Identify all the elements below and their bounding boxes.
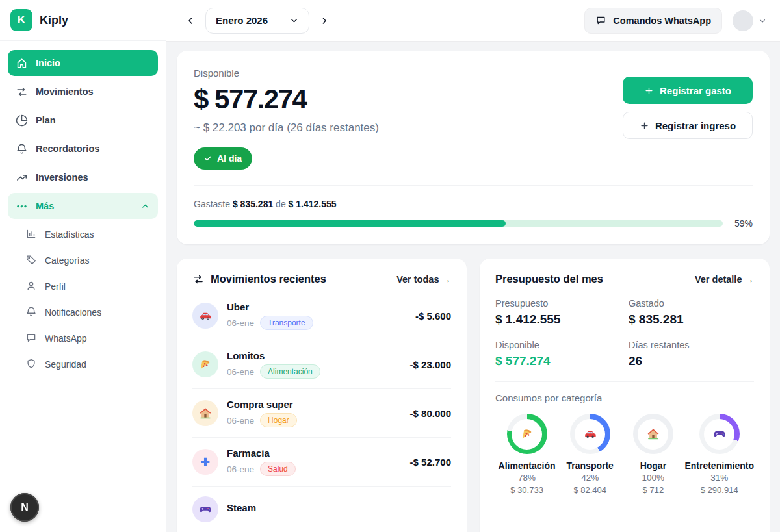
sidebar-item-inicio[interactable]: Inicio	[8, 50, 158, 76]
sidebar-item-label: Estadísticas	[45, 229, 94, 240]
pie-chart-icon	[16, 114, 28, 127]
sidebar-item-categorias[interactable]: Categorías	[8, 247, 158, 273]
house-icon	[192, 400, 218, 426]
chevron-down-icon	[758, 16, 767, 25]
sidebar-item-label: Perfil	[45, 281, 66, 292]
sidebar-item-label: Categorías	[45, 255, 89, 266]
main-area: Enero 2026 Comandos WhatsApp	[166, 0, 780, 532]
movement-category-badge: Salud	[260, 462, 296, 476]
brand-header: K Kiply	[0, 0, 166, 41]
trending-up-icon	[16, 171, 28, 184]
register-expense-button[interactable]: Registrar gasto	[623, 77, 753, 104]
chevron-down-icon	[289, 16, 299, 25]
prev-month-button[interactable]	[181, 11, 200, 31]
movement-date: 06-ene	[227, 416, 254, 425]
consumption-title: Consumos por categoría	[495, 392, 754, 403]
sidebar-item-inversiones[interactable]: Inversiones	[8, 164, 158, 190]
stat-dias-restantes: Días restantes 26	[629, 340, 754, 368]
movement-date: 06-ene	[227, 464, 254, 474]
sidebar-item-mas[interactable]: Más	[8, 193, 158, 219]
category-consumption: Alimentación 78% $ 30.733 Transporte	[495, 414, 754, 495]
category-amount: $ 290.914	[701, 485, 738, 495]
movement-amount: -$ 5.600	[415, 310, 451, 322]
kiply-logo: K	[10, 9, 32, 31]
sidebar-item-label: Plan	[36, 115, 56, 125]
chat-icon	[25, 332, 37, 346]
category-amount: $ 82.404	[573, 485, 606, 495]
chat-icon	[595, 15, 606, 26]
swap-arrows-icon	[192, 273, 204, 285]
summary-card: Disponible $ 577.274 ~ $ 22.203 por día …	[177, 51, 770, 244]
sidebar: K Kiply Inicio Movimientos Plan	[0, 0, 166, 532]
bell-icon	[16, 143, 28, 155]
brand-name: Kiply	[40, 14, 68, 27]
user-icon	[25, 280, 37, 294]
divider	[194, 185, 753, 186]
movement-row[interactable]: Lomitos 06-ene Alimentación -$ 23.000	[192, 340, 451, 389]
movement-row[interactable]: Steam	[192, 487, 451, 532]
arrow-right-icon: →	[442, 274, 452, 285]
pizza-icon	[512, 419, 542, 450]
movement-category-badge: Transporte	[260, 316, 313, 330]
category-amount: $ 712	[643, 485, 664, 495]
plus-icon	[640, 121, 649, 131]
gamepad-icon	[192, 496, 218, 522]
shield-icon	[25, 358, 37, 372]
sidebar-item-label: Más	[36, 201, 54, 211]
plus-icon	[644, 86, 654, 95]
sidebar-item-label: Movimientos	[36, 86, 94, 97]
bell-icon	[25, 306, 37, 320]
sidebar-item-movimientos[interactable]: Movimientos	[8, 79, 158, 105]
topbar: Enero 2026 Comandos WhatsApp	[166, 0, 780, 42]
movement-name: Steam	[227, 502, 256, 513]
recent-movements-card: Movimientos recientes Ver todas →	[177, 259, 467, 532]
check-icon	[204, 155, 212, 162]
house-icon	[638, 419, 668, 450]
movement-row[interactable]: Farmacia 06-ene Salud -$ 52.700	[192, 438, 451, 487]
budget-progress-fill	[194, 220, 506, 227]
category-ring	[507, 414, 547, 454]
user-menu[interactable]	[733, 10, 767, 31]
app-root: K Kiply Inicio Movimientos Plan	[0, 0, 780, 532]
divider	[495, 381, 754, 382]
register-income-button[interactable]: Registrar ingreso	[623, 112, 753, 139]
stat-presupuesto: Presupuesto $ 1.412.555	[495, 298, 621, 327]
movements-list: Uber 06-ene Transporte -$ 5.600	[192, 292, 451, 532]
category-amount: $ 30.733	[510, 485, 543, 495]
movement-row[interactable]: Uber 06-ene Transporte -$ 5.600	[192, 292, 451, 340]
sidebar-item-whatsapp[interactable]: WhatsApp	[8, 325, 158, 351]
sidebar-item-label: Notificaciones	[45, 307, 101, 318]
movement-row[interactable]: Compra super 06-ene Hogar -$ 80.000	[192, 389, 451, 438]
sidebar-item-perfil[interactable]: Perfil	[8, 273, 158, 299]
movement-name: Farmacia	[227, 448, 296, 459]
next-month-button[interactable]	[315, 11, 334, 31]
category-alimentacion: Alimentación 78% $ 30.733	[495, 414, 558, 495]
topbar-right: Comandos WhatsApp	[584, 8, 767, 34]
budget-stats: Presupuesto $ 1.412.555 Gastado $ 835.28…	[495, 298, 754, 368]
tag-icon	[25, 254, 37, 268]
sidebar-item-notificaciones[interactable]: Notificaciones	[8, 299, 158, 325]
ellipsis-icon	[16, 200, 28, 212]
budget-progress-percent: 59%	[734, 218, 753, 229]
category-ring	[699, 414, 740, 454]
spent-summary: Gastaste $ 835.281 de $ 1.412.555	[194, 199, 753, 209]
movement-name: Compra super	[227, 399, 297, 410]
whatsapp-commands-button[interactable]: Comandos WhatsApp	[584, 8, 722, 34]
category-percent: 42%	[581, 473, 599, 483]
sidebar-item-recordatorios[interactable]: Recordatorios	[8, 136, 158, 162]
sidebar-item-label: Seguridad	[45, 359, 86, 370]
available-block: Disponible $ 577.274 ~ $ 22.203 por día …	[194, 68, 379, 170]
sidebar-item-seguridad[interactable]: Seguridad	[8, 351, 158, 377]
budget-amount: $ 1.412.555	[289, 199, 337, 209]
dev-overlay-button[interactable]: N	[10, 493, 39, 522]
chevron-up-icon	[140, 201, 150, 211]
month-selector[interactable]: Enero 2026	[205, 8, 309, 34]
view-all-link[interactable]: Ver todas →	[396, 274, 451, 285]
sidebar-item-estadisticas[interactable]: Estadísticas	[8, 222, 158, 247]
category-ring	[633, 414, 673, 454]
movement-amount: -$ 52.700	[410, 457, 451, 468]
sidebar-item-plan[interactable]: Plan	[8, 107, 158, 133]
view-detail-link[interactable]: Ver detalle →	[695, 274, 754, 285]
medical-icon	[192, 449, 218, 475]
movement-category-badge: Hogar	[260, 413, 297, 427]
